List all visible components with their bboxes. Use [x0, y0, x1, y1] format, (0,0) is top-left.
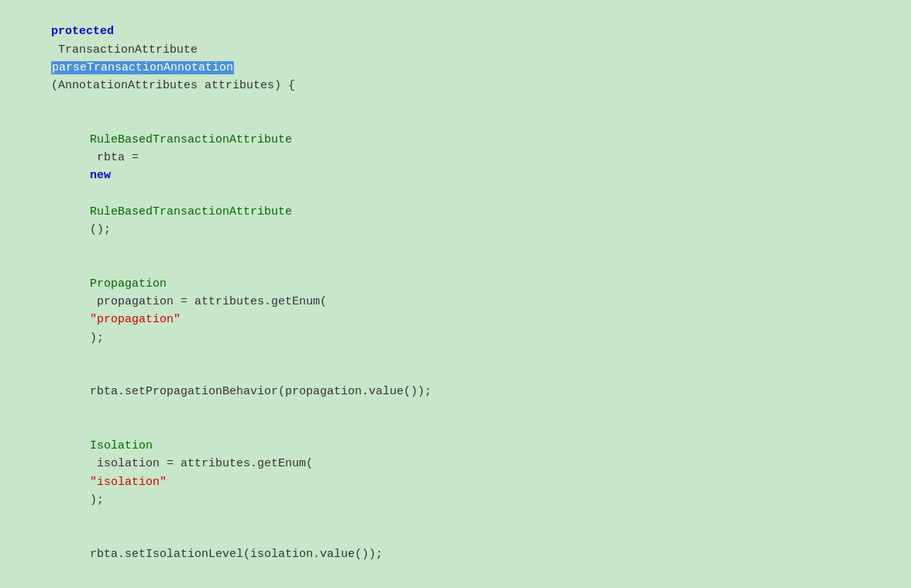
code-line: rbta.setPropagationBehavior(propagation.… [0, 365, 911, 419]
string-literal: "propagation" [90, 313, 180, 326]
code-text: propagation = attributes.getEnum( [90, 295, 327, 308]
code-line: protected TransactionAttribute parseTran… [0, 5, 911, 113]
code-text: TransactionAttribute [51, 43, 205, 57]
code-line: Propagation propagation = attributes.get… [0, 257, 911, 366]
code-text: (); [90, 223, 111, 236]
code-type: RuleBasedTransactionAttribute [90, 133, 292, 146]
code-line: RuleBasedTransactionAttribute rbta = new… [0, 113, 911, 257]
method-highlight: parseTransactionAnnotation [51, 61, 234, 74]
code-text: rbta.setPropagationBehavior(propagation.… [90, 385, 431, 398]
string-literal: "isolation" [90, 476, 167, 489]
code-line: rbta.setTimeout(attributes.getNumber( "t… [0, 581, 911, 588]
code-text: ); [90, 493, 104, 507]
code-text [90, 187, 97, 201]
keyword-protected: protected [51, 25, 114, 38]
code-line: rbta.setIsolationLevel(isolation.value()… [0, 527, 911, 581]
code-block: protected TransactionAttribute parseTran… [0, 0, 911, 588]
code-text: rbta.setIsolationLevel(isolation.value()… [90, 548, 383, 561]
code-type: Isolation [90, 439, 153, 452]
keyword-new: new [90, 169, 111, 182]
code-text: rbta = [90, 151, 146, 164]
code-text: isolation = attributes.getEnum( [90, 457, 313, 470]
code-text: ); [90, 332, 104, 345]
code-type: RuleBasedTransactionAttribute [90, 205, 292, 218]
code-type: Propagation [90, 277, 167, 291]
code-text: (AnnotationAttributes attributes) { [51, 79, 295, 92]
code-line: Isolation isolation = attributes.getEnum… [0, 419, 911, 528]
